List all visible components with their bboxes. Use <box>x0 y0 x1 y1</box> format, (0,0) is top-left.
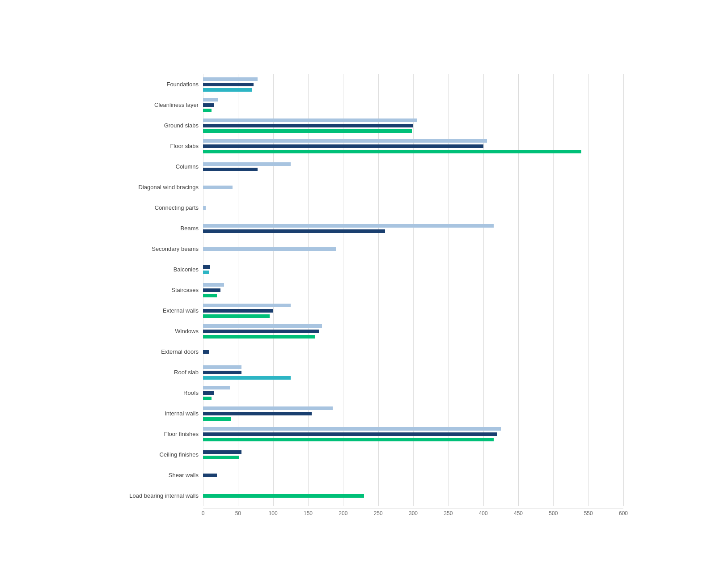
bar-group <box>203 95 623 115</box>
y-label: External doors <box>105 342 203 362</box>
chart-area: FoundationsCleanliness layerGround slabs… <box>105 74 623 519</box>
bar <box>203 168 258 171</box>
bar-row <box>203 185 623 190</box>
y-label: Cleanliness layer <box>105 95 203 115</box>
bar-group <box>203 280 623 300</box>
y-label: Roofs <box>105 383 203 403</box>
y-label: Diagonal wind bracings <box>105 177 203 198</box>
bar <box>203 330 319 333</box>
bar-row <box>203 350 623 354</box>
bar <box>203 88 252 92</box>
bar <box>203 288 220 292</box>
bar-row <box>203 385 623 390</box>
bar <box>203 77 258 81</box>
y-label: External walls <box>105 300 203 321</box>
bar-row <box>203 206 623 210</box>
bar <box>203 365 241 369</box>
bar-row <box>203 406 623 410</box>
bar <box>203 432 497 436</box>
y-label: Floor slabs <box>105 136 203 157</box>
x-tick-label: 550 <box>584 510 593 516</box>
bar-row <box>203 437 623 442</box>
x-tick-label: 50 <box>235 510 241 516</box>
bar-row <box>203 88 623 92</box>
chart-container: FoundationsCleanliness layerGround slabs… <box>96 47 632 537</box>
bar-group <box>203 136 623 157</box>
y-label: Secondary beams <box>105 239 203 259</box>
bar <box>203 162 291 166</box>
bar <box>203 224 494 228</box>
bar-group <box>203 362 623 383</box>
bar <box>203 350 209 354</box>
bar-row <box>203 162 623 166</box>
bar <box>203 98 218 102</box>
bar-row <box>203 396 623 401</box>
y-label: Ceiling finishes <box>105 444 203 465</box>
bar-row <box>203 427 623 431</box>
bar <box>203 144 483 148</box>
bar-row <box>203 309 623 313</box>
bar <box>203 417 231 421</box>
bar-row <box>203 77 623 81</box>
y-label: Columns <box>105 157 203 177</box>
bar-row <box>203 283 623 287</box>
bar <box>203 103 214 107</box>
bar-row <box>203 417 623 421</box>
x-tick-label: 600 <box>619 510 628 516</box>
x-tick-label: 250 <box>374 510 383 516</box>
bar-row <box>203 149 623 154</box>
bar <box>203 109 212 112</box>
bar <box>203 124 413 127</box>
x-axis-container: 050100150200250300350400450500550600 <box>203 508 623 519</box>
bar <box>203 427 501 431</box>
bar-row <box>203 118 623 123</box>
bar-group <box>203 383 623 403</box>
bar <box>203 397 212 400</box>
bar <box>203 309 273 313</box>
x-tick-label: 400 <box>479 510 488 516</box>
bar <box>203 265 210 269</box>
bar <box>203 247 336 251</box>
bar-row <box>203 129 623 133</box>
rows-container <box>203 74 623 506</box>
bar-row <box>203 334 623 339</box>
y-labels: FoundationsCleanliness layerGround slabs… <box>105 74 203 519</box>
bar <box>203 371 241 374</box>
bar-group <box>203 465 623 486</box>
bar-row <box>203 303 623 308</box>
y-label: Beams <box>105 218 203 239</box>
bar-row <box>203 82 623 87</box>
bar-group <box>203 486 623 506</box>
bar-row <box>203 103 623 107</box>
bar-group <box>203 157 623 177</box>
bar-row <box>203 293 623 298</box>
y-label: Ground slabs <box>105 115 203 136</box>
bar-row <box>203 365 623 369</box>
x-tick-label: 0 <box>202 510 205 516</box>
bar <box>203 118 417 122</box>
bar <box>203 129 412 133</box>
bar <box>203 406 333 410</box>
bar-row <box>203 376 623 380</box>
bar-row <box>203 247 623 251</box>
bar <box>203 294 217 297</box>
bar <box>203 206 206 210</box>
bar <box>203 139 487 143</box>
bar <box>203 412 312 415</box>
bar <box>203 474 217 477</box>
bar <box>203 450 241 454</box>
y-label: Foundations <box>105 74 203 95</box>
y-label: Internal walls <box>105 403 203 424</box>
bar-group <box>203 218 623 239</box>
y-label: Roof slab <box>105 362 203 383</box>
bar-row <box>203 450 623 454</box>
bar <box>203 314 270 318</box>
bar-row <box>203 432 623 436</box>
bar-row <box>203 314 623 318</box>
bar <box>203 335 315 339</box>
bar-group <box>203 321 623 342</box>
x-tick-label: 200 <box>339 510 347 516</box>
bar-group <box>203 424 623 444</box>
bar <box>203 376 291 380</box>
bar-row <box>203 324 623 328</box>
